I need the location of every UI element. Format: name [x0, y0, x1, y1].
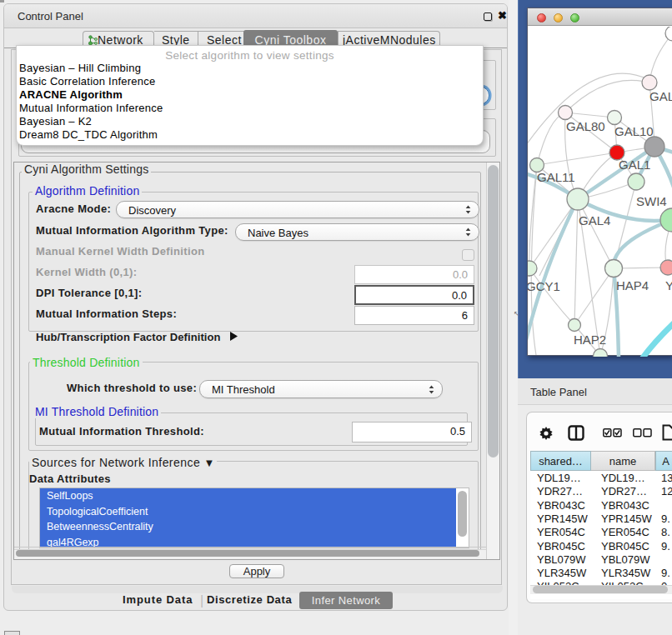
svg-text:GAL7: GAL7	[649, 89, 672, 103]
svg-text:GAL1: GAL1	[619, 158, 650, 172]
svg-text:GAL80: GAL80	[566, 119, 605, 133]
svg-text:GAL4: GAL4	[579, 213, 610, 228]
svg-text:SWI4: SWI4	[636, 194, 667, 208]
svg-text:YJ: YJ	[665, 278, 672, 292]
svg-text:HAP2: HAP2	[574, 332, 606, 347]
svg-text:GAL10: GAL10	[614, 124, 654, 138]
svg-text:GAL11: GAL11	[537, 170, 575, 184]
svg-text:GCY1: GCY1	[528, 279, 560, 293]
svg-text:HAP4: HAP4	[616, 278, 649, 292]
